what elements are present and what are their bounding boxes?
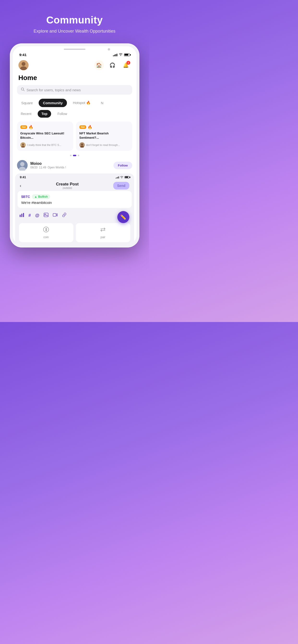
search-placeholder: Search for users, topics and news [27,88,81,92]
fab-button[interactable]: ✏️ [117,211,129,223]
btc-tag: $BTC [21,195,30,198]
news-card-2-header: Hot 🔥 [79,125,129,130]
news-card-2[interactable]: Hot 🔥 NFT Market Bearish Sentiment?... d… [76,122,132,151]
mini-signal-bars-icon [116,176,119,178]
comment-text-2: don't forget to read through... [86,144,120,146]
home-icon-button[interactable]: 🏠 [94,60,104,70]
tab-n[interactable]: N [96,99,108,107]
news-card-2-comment: don't forget to read through... [79,142,129,148]
dot-3 [78,155,79,156]
signal-bar-4 [117,54,117,56]
author-meta: 08/20 11:49 Open Worlds ! [31,166,111,169]
subtab-top[interactable]: Top [38,110,51,118]
coin-icon: ₿ [43,226,49,234]
comment-avatar-1 [20,142,26,148]
battery-fill [124,54,128,56]
dot-1 [70,155,72,156]
follow-button[interactable]: Follow [113,162,132,169]
mini-battery-icon [124,176,129,178]
pair-shortcut[interactable]: pair [76,223,130,242]
nav-bar: 🏠 🎧 🔔 3 [13,58,136,72]
svg-point-12 [20,162,25,166]
comment-avatar-2 [79,142,85,148]
subtab-recent[interactable]: Recent [17,110,35,118]
phone-frame: 9:41 [10,43,139,248]
carousel-dots [13,155,136,156]
video-icon[interactable] [53,213,58,218]
home-icon: 🏠 [96,62,102,68]
svg-point-6 [22,144,24,146]
camera-dot [108,48,110,50]
back-button[interactable]: ‹ [20,183,21,188]
mini-bar-1 [116,178,116,178]
comment-text-1: I really think that the BTC S... [27,144,61,146]
phone-top-bar [13,46,136,50]
post-date: 08/20 [31,166,38,169]
hot-badge-1: Hot [20,125,27,129]
coin-label: coin [43,236,49,239]
subtab-follow[interactable]: Follow [54,110,71,118]
tab-community[interactable]: Community [39,99,67,107]
image-icon[interactable] [44,213,49,218]
bar-chart-icon[interactable] [20,213,24,218]
battery-icon [124,54,130,56]
mini-wifi-icon [120,176,123,179]
search-bar[interactable]: Search for users, topics and news [17,85,132,95]
post-toolbar: # @ [15,210,134,221]
post-text: We're #teambitcoin [21,200,128,204]
mini-bar-4 [118,176,119,178]
tab-square[interactable]: Square [17,99,37,107]
bell-icon-button[interactable]: 🔔 3 [121,60,131,70]
fire-icon-2: 🔥 [88,125,92,130]
at-icon[interactable]: @ [35,213,40,218]
svg-point-1 [22,62,26,66]
sub-tabs: Recent Top Follow [13,110,136,118]
svg-rect-19 [53,214,56,216]
notch-pill [64,49,85,50]
svg-rect-15 [21,214,22,217]
bottom-shortcuts: ₿ coin pair [15,221,134,244]
create-post-header: ‹ Create Post 24/8000 Send [15,180,134,191]
link-icon[interactable] [62,213,67,218]
nav-icons: 🏠 🎧 🔔 3 [94,60,131,70]
mini-status-bar: 9:41 [15,174,134,180]
coin-shortcut[interactable]: ₿ coin [19,223,73,242]
avatar[interactable] [19,60,29,70]
create-post-card: 9:41 [15,174,134,244]
signal-bar-2 [114,54,115,56]
send-button[interactable]: Send [113,182,129,190]
svg-line-4 [23,90,24,91]
post-author-row: Moioo 08/20 11:49 Open Worlds ! Follow [13,160,136,170]
post-content-area[interactable]: $BTC ▲ Bullish We're #teambitcoin [18,191,132,208]
status-time: 9:41 [20,53,27,57]
news-card-1-comment: I really think that the BTC S... [20,142,70,148]
main-tabs: Square Community Hotspot 🔥 N [13,98,136,107]
create-post-title: Create Post [56,182,78,187]
create-post-title-block: Create Post 24/8000 [56,182,78,190]
page-title: Community [46,14,103,26]
author-avatar[interactable] [17,160,28,170]
mini-status-icons [116,176,129,179]
svg-rect-17 [44,213,48,217]
page-subtitle: Explore and Uncover Wealth Opportunities [34,29,115,34]
wifi-icon [119,53,123,56]
news-card-1-header: Hot 🔥 [20,125,70,130]
author-name: Moioo [31,162,111,166]
hot-badge-2: Hot [79,125,86,129]
dot-2-active [73,155,76,156]
home-section-title: Home [13,72,136,85]
status-icons [113,53,130,56]
post-tags: $BTC ▲ Bullish [21,194,128,199]
news-card-1-title: Grayscale Wins SEC Lawsuit! Bitcoin... [20,131,70,140]
char-count: 24/8000 [56,187,78,190]
bullish-tag: ▲ Bullish [32,194,50,199]
support-icon-button[interactable]: 🎧 [108,60,117,70]
signal-bar-3 [115,54,116,56]
pair-icon [100,226,106,234]
post-community: Open Worlds ! [48,166,66,169]
news-card-1[interactable]: Hot 🔥 Grayscale Wins SEC Lawsuit! Bitcoi… [17,122,73,151]
hash-icon[interactable]: # [29,213,31,218]
tab-hotspot[interactable]: Hotspot 🔥 [68,98,95,107]
svg-rect-16 [23,213,24,217]
post-time: 11:49 [39,166,46,169]
